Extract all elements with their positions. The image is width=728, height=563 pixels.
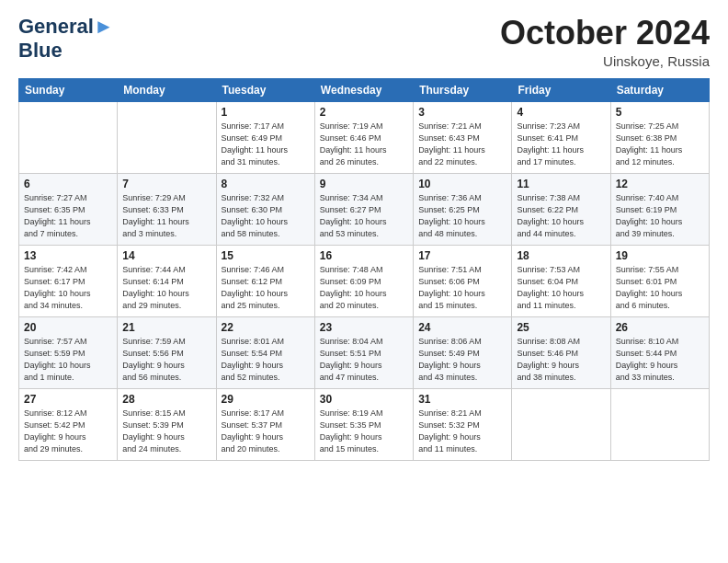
calendar-cell: 25Sunrise: 8:08 AM Sunset: 5:46 PM Dayli… [512, 316, 610, 388]
day-number: 31 [418, 393, 506, 406]
calendar-cell: 9Sunrise: 7:34 AM Sunset: 6:27 PM Daylig… [314, 173, 413, 245]
day-info: Sunrise: 7:40 AM Sunset: 6:19 PM Dayligh… [616, 192, 704, 240]
day-number: 27 [24, 393, 112, 406]
calendar-cell: 14Sunrise: 7:44 AM Sunset: 6:14 PM Dayli… [118, 245, 216, 316]
page-header: General►Blue October 2024 Uinskoye, Russ… [18, 15, 710, 69]
calendar-cell: 1Sunrise: 7:17 AM Sunset: 6:49 PM Daylig… [216, 101, 314, 173]
col-sunday: Sunday [19, 78, 118, 101]
day-info: Sunrise: 8:06 AM Sunset: 5:49 PM Dayligh… [418, 336, 506, 384]
calendar-table: Sunday Monday Tuesday Wednesday Thursday… [18, 78, 710, 461]
calendar-cell [512, 388, 610, 460]
day-number: 4 [517, 106, 605, 119]
calendar-cell: 26Sunrise: 8:10 AM Sunset: 5:44 PM Dayli… [610, 316, 709, 388]
calendar-week-row: 13Sunrise: 7:42 AM Sunset: 6:17 PM Dayli… [19, 245, 710, 316]
location-label: Uinskoye, Russia [500, 53, 710, 69]
calendar-week-row: 27Sunrise: 8:12 AM Sunset: 5:42 PM Dayli… [19, 388, 710, 460]
day-info: Sunrise: 7:17 AM Sunset: 6:49 PM Dayligh… [222, 121, 310, 168]
calendar-cell [19, 101, 118, 173]
calendar-cell: 21Sunrise: 7:59 AM Sunset: 5:56 PM Dayli… [118, 316, 216, 388]
day-number: 30 [320, 393, 408, 406]
calendar-cell: 8Sunrise: 7:32 AM Sunset: 6:30 PM Daylig… [216, 173, 314, 245]
day-info: Sunrise: 7:34 AM Sunset: 6:27 PM Dayligh… [320, 192, 408, 240]
day-info: Sunrise: 7:36 AM Sunset: 6:25 PM Dayligh… [418, 192, 506, 240]
day-info: Sunrise: 7:57 AM Sunset: 5:59 PM Dayligh… [24, 336, 112, 384]
day-number: 12 [616, 178, 704, 190]
calendar-cell: 6Sunrise: 7:27 AM Sunset: 6:35 PM Daylig… [19, 173, 118, 245]
day-info: Sunrise: 8:21 AM Sunset: 5:32 PM Dayligh… [418, 408, 506, 455]
calendar-cell: 10Sunrise: 7:36 AM Sunset: 6:25 PM Dayli… [414, 173, 512, 245]
day-number: 7 [122, 178, 210, 190]
day-info: Sunrise: 7:48 AM Sunset: 6:09 PM Dayligh… [320, 264, 408, 312]
logo: General►Blue [18, 15, 114, 63]
calendar-cell: 31Sunrise: 8:21 AM Sunset: 5:32 PM Dayli… [414, 388, 512, 460]
day-info: Sunrise: 7:29 AM Sunset: 6:33 PM Dayligh… [122, 192, 210, 240]
calendar-cell: 20Sunrise: 7:57 AM Sunset: 5:59 PM Dayli… [19, 316, 118, 388]
calendar-cell: 19Sunrise: 7:55 AM Sunset: 6:01 PM Dayli… [610, 245, 709, 316]
calendar-cell: 16Sunrise: 7:48 AM Sunset: 6:09 PM Dayli… [314, 245, 413, 316]
title-section: October 2024 Uinskoye, Russia [500, 15, 710, 69]
col-friday: Friday [512, 78, 610, 101]
calendar-week-row: 1Sunrise: 7:17 AM Sunset: 6:49 PM Daylig… [19, 101, 710, 173]
day-number: 13 [24, 249, 112, 262]
day-info: Sunrise: 7:55 AM Sunset: 6:01 PM Dayligh… [616, 264, 704, 312]
day-info: Sunrise: 8:19 AM Sunset: 5:35 PM Dayligh… [320, 408, 408, 455]
day-number: 23 [320, 321, 408, 334]
calendar-cell: 7Sunrise: 7:29 AM Sunset: 6:33 PM Daylig… [118, 173, 216, 245]
day-number: 15 [222, 249, 310, 262]
day-number: 9 [320, 178, 408, 190]
calendar-cell: 11Sunrise: 7:38 AM Sunset: 6:22 PM Dayli… [512, 173, 610, 245]
day-number: 25 [517, 321, 605, 334]
day-info: Sunrise: 8:04 AM Sunset: 5:51 PM Dayligh… [320, 336, 408, 384]
calendar-cell: 17Sunrise: 7:51 AM Sunset: 6:06 PM Dayli… [414, 245, 512, 316]
day-number: 5 [616, 106, 704, 119]
calendar-cell: 23Sunrise: 8:04 AM Sunset: 5:51 PM Dayli… [314, 316, 413, 388]
logo-text: General►Blue [18, 15, 114, 63]
day-number: 29 [222, 393, 310, 406]
day-number: 8 [222, 178, 310, 190]
day-info: Sunrise: 8:10 AM Sunset: 5:44 PM Dayligh… [616, 336, 704, 384]
calendar-cell: 18Sunrise: 7:53 AM Sunset: 6:04 PM Dayli… [512, 245, 610, 316]
calendar-cell: 29Sunrise: 8:17 AM Sunset: 5:37 PM Dayli… [216, 388, 314, 460]
day-number: 28 [122, 393, 210, 406]
day-info: Sunrise: 7:25 AM Sunset: 6:38 PM Dayligh… [616, 121, 704, 168]
day-info: Sunrise: 7:53 AM Sunset: 6:04 PM Dayligh… [517, 264, 605, 312]
day-number: 17 [418, 249, 506, 262]
day-info: Sunrise: 7:21 AM Sunset: 6:43 PM Dayligh… [418, 121, 506, 168]
day-number: 20 [24, 321, 112, 334]
day-info: Sunrise: 7:44 AM Sunset: 6:14 PM Dayligh… [122, 264, 210, 312]
day-info: Sunrise: 8:12 AM Sunset: 5:42 PM Dayligh… [24, 408, 112, 455]
col-saturday: Saturday [610, 78, 709, 101]
day-info: Sunrise: 7:42 AM Sunset: 6:17 PM Dayligh… [24, 264, 112, 312]
day-info: Sunrise: 7:51 AM Sunset: 6:06 PM Dayligh… [418, 264, 506, 312]
calendar-cell: 28Sunrise: 8:15 AM Sunset: 5:39 PM Dayli… [118, 388, 216, 460]
calendar-week-row: 20Sunrise: 7:57 AM Sunset: 5:59 PM Dayli… [19, 316, 710, 388]
day-number: 24 [418, 321, 506, 334]
calendar-cell: 24Sunrise: 8:06 AM Sunset: 5:49 PM Dayli… [414, 316, 512, 388]
day-number: 10 [418, 178, 506, 190]
day-info: Sunrise: 7:23 AM Sunset: 6:41 PM Dayligh… [517, 121, 605, 168]
day-info: Sunrise: 7:32 AM Sunset: 6:30 PM Dayligh… [222, 192, 310, 240]
calendar-cell: 12Sunrise: 7:40 AM Sunset: 6:19 PM Dayli… [610, 173, 709, 245]
day-info: Sunrise: 7:46 AM Sunset: 6:12 PM Dayligh… [222, 264, 310, 312]
day-number: 3 [418, 106, 506, 119]
day-number: 6 [24, 178, 112, 190]
calendar-cell [610, 388, 709, 460]
col-wednesday: Wednesday [314, 78, 413, 101]
calendar-cell: 4Sunrise: 7:23 AM Sunset: 6:41 PM Daylig… [512, 101, 610, 173]
day-number: 18 [517, 249, 605, 262]
day-number: 26 [616, 321, 704, 334]
day-info: Sunrise: 7:59 AM Sunset: 5:56 PM Dayligh… [122, 336, 210, 384]
calendar-cell: 3Sunrise: 7:21 AM Sunset: 6:43 PM Daylig… [414, 101, 512, 173]
calendar-cell: 27Sunrise: 8:12 AM Sunset: 5:42 PM Dayli… [19, 388, 118, 460]
calendar-page: General►Blue October 2024 Uinskoye, Russ… [0, 0, 728, 563]
day-info: Sunrise: 7:27 AM Sunset: 6:35 PM Dayligh… [24, 192, 112, 240]
day-info: Sunrise: 7:19 AM Sunset: 6:46 PM Dayligh… [320, 121, 408, 168]
calendar-cell: 15Sunrise: 7:46 AM Sunset: 6:12 PM Dayli… [216, 245, 314, 316]
day-info: Sunrise: 8:15 AM Sunset: 5:39 PM Dayligh… [122, 408, 210, 455]
calendar-cell [118, 101, 216, 173]
col-tuesday: Tuesday [216, 78, 314, 101]
col-monday: Monday [118, 78, 216, 101]
day-info: Sunrise: 8:01 AM Sunset: 5:54 PM Dayligh… [222, 336, 310, 384]
day-number: 16 [320, 249, 408, 262]
day-number: 11 [517, 178, 605, 190]
